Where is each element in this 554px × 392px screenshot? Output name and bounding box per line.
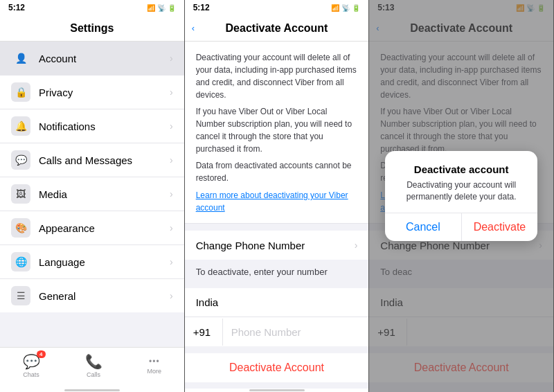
chevron-appearance: › <box>170 222 173 233</box>
screen-settings: 5:12 📶 📡 🔋 Settings 👤 Account › 🔒 Privac… <box>0 0 185 392</box>
to-deactivate-label: To deactivate, enter your number <box>185 260 369 281</box>
deactivate-account-btn[interactable]: Deactivate Account <box>185 353 369 382</box>
nav-title-settings: Settings <box>70 22 114 35</box>
screen-deactivate1: 5:12 📶 📡 🔋 ‹ Deactivate Account Deactiva… <box>185 0 370 392</box>
status-bar-2: 5:12 📶 📡 🔋 <box>185 0 369 15</box>
general-label: General <box>39 290 170 302</box>
chevron-account: › <box>170 53 173 64</box>
appearance-icon: 🎨 <box>11 218 30 238</box>
alert-buttons: Cancel Deactivate <box>385 213 537 241</box>
settings-item-general[interactable]: ☰ General › <box>0 279 184 312</box>
support-section-1: Need Help? Contact Support <box>185 382 369 389</box>
alert-cancel-button[interactable]: Cancel <box>385 213 462 241</box>
battery-icon: 🔋 <box>168 4 176 12</box>
signal-icon: 📶 <box>147 4 155 12</box>
general-icon: ☰ <box>11 286 30 305</box>
settings-item-notifications[interactable]: 🔔 Notifications › <box>0 109 184 143</box>
time-2: 5:12 <box>193 3 210 12</box>
battery-icon-2: 🔋 <box>352 4 360 12</box>
more-tab-label: More <box>148 368 162 375</box>
chevron-change-phone: › <box>355 240 358 251</box>
language-icon: 🌐 <box>11 252 30 271</box>
time-1: 5:12 <box>8 3 25 12</box>
media-icon: 🖼 <box>11 184 30 204</box>
signal-icon-2: 📶 <box>331 4 339 12</box>
account-label: Account <box>39 53 170 64</box>
modal-overlay: Deactivate account Deactivating your acc… <box>369 0 553 392</box>
calls-tab-label: Calls <box>87 371 100 378</box>
screen-deactivate2: 5:13 📶 📡 🔋 ‹ Deactivate Account Deactiva… <box>369 0 554 392</box>
home-bar-1 <box>64 389 120 391</box>
language-label: Language <box>39 256 170 268</box>
chats-badge: 4 <box>37 350 45 358</box>
settings-item-language[interactable]: 🌐 Language › <box>0 245 184 279</box>
calls-label: Calls and Messages <box>39 154 170 166</box>
nav-bar-settings: Settings <box>0 15 184 42</box>
country-row: India <box>185 288 369 317</box>
tab-bar: 💬 4 Chats 📞 Calls ••• More <box>0 347 184 389</box>
more-tab-icon: ••• <box>149 357 160 366</box>
settings-item-media[interactable]: 🖼 Media › <box>0 177 184 211</box>
status-icons-1: 📶 📡 🔋 <box>147 4 176 12</box>
chevron-privacy: › <box>170 87 173 98</box>
status-bar-1: 5:12 📶 📡 🔋 <box>0 0 184 15</box>
form-section-1: Change Phone Number › <box>185 231 369 260</box>
nav-title-deactivate1: Deactivate Account <box>226 22 328 35</box>
notifications-icon: 🔔 <box>11 116 30 136</box>
tab-chats[interactable]: 💬 4 Chats <box>23 353 40 378</box>
phone-form-section: India +91 Phone Number <box>185 288 369 346</box>
appearance-label: Appearance <box>39 222 170 234</box>
chevron-language: › <box>170 256 173 267</box>
calls-icon: 💬 <box>11 150 30 170</box>
info-section-1: Deactivating your account will delete al… <box>185 42 369 224</box>
wifi-icon: 📡 <box>157 4 166 12</box>
chevron-notifications: › <box>170 121 173 132</box>
settings-group: 👤 Account › 🔒 Privacy › 🔔 Notifications … <box>0 42 184 312</box>
back-button-1[interactable]: ‹ <box>192 23 195 33</box>
home-indicator-2 <box>185 389 369 392</box>
change-phone-label: Change Phone Number <box>196 240 355 251</box>
alert-content: Deactivate account Deactivating your acc… <box>385 151 537 213</box>
settings-item-privacy[interactable]: 🔒 Privacy › <box>0 75 184 109</box>
chevron-general: › <box>170 290 173 301</box>
info-text-3: Data from deactivated accounts cannot be… <box>196 159 358 184</box>
privacy-icon: 🔒 <box>11 82 30 102</box>
wifi-icon-2: 📡 <box>341 4 350 12</box>
calls-tab-icon: 📞 <box>85 353 102 370</box>
tab-calls[interactable]: 📞 Calls <box>85 353 102 378</box>
country-label: India <box>196 296 358 308</box>
info-link-1[interactable]: Learn more about deactivating your Viber… <box>196 190 348 213</box>
home-bar-2 <box>249 389 305 391</box>
status-icons-2: 📶 📡 🔋 <box>331 4 360 12</box>
chevron-media: › <box>170 188 173 199</box>
phone-row: +91 Phone Number <box>185 317 369 346</box>
info-text-2: If you have Viber Out or Viber Local Num… <box>196 105 358 155</box>
chats-tab-label: Chats <box>23 371 39 378</box>
alert-dialog: Deactivate account Deactivating your acc… <box>385 151 537 241</box>
tab-chats-badge-container: 💬 4 <box>23 353 40 370</box>
home-indicator-1 <box>0 389 184 392</box>
settings-item-calls[interactable]: 💬 Calls and Messages › <box>0 143 184 177</box>
country-code[interactable]: +91 <box>185 319 223 346</box>
info-text-1: Deactivating your account will delete al… <box>196 51 358 101</box>
alert-title: Deactivate account <box>396 163 526 175</box>
alert-message: Deactivating your account will permanent… <box>396 179 526 203</box>
privacy-label: Privacy <box>39 87 170 98</box>
settings-item-account[interactable]: 👤 Account › <box>0 42 184 75</box>
change-phone-row[interactable]: Change Phone Number › <box>185 231 369 260</box>
nav-bar-deactivate1: ‹ Deactivate Account <box>185 15 369 42</box>
chevron-calls: › <box>170 154 173 166</box>
deactivate-content-1: Deactivating your account will delete al… <box>185 42 369 389</box>
tab-more[interactable]: ••• More <box>148 357 162 375</box>
account-icon: 👤 <box>11 48 30 68</box>
alert-deactivate-button[interactable]: Deactivate <box>462 213 538 241</box>
notifications-label: Notifications <box>39 121 170 132</box>
phone-input[interactable]: Phone Number <box>223 319 369 346</box>
settings-item-appearance[interactable]: 🎨 Appearance › <box>0 211 184 245</box>
settings-list: 👤 Account › 🔒 Privacy › 🔔 Notifications … <box>0 42 184 347</box>
media-label: Media <box>39 188 170 200</box>
